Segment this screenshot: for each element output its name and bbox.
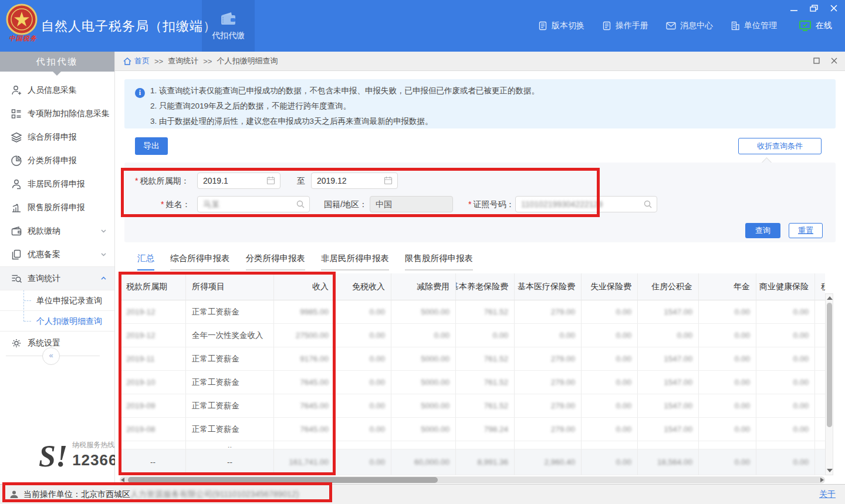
search-icon[interactable] (296, 199, 305, 209)
notice-line: 2. 只能查询2019年及之后的数据，不能进行跨年度查询。 (150, 101, 351, 111)
person-icon (11, 178, 22, 190)
table-row: 2019-11正常工资薪金9176.000.005000.00761.52279… (120, 347, 825, 371)
tab[interactable]: 限售股所得申报表 (405, 253, 473, 270)
redacted-value: 5000.00 (421, 425, 449, 434)
period-from-input[interactable]: 2019.1 (197, 172, 280, 189)
table-cell (815, 324, 825, 347)
scroll-down-icon[interactable] (827, 469, 833, 472)
vertical-scrollbar-thumb[interactable] (827, 303, 832, 427)
sidebar-item[interactable]: 税款缴纳 (0, 219, 114, 243)
table-cell: 7645.00 (274, 394, 335, 418)
table-cell: 正常工资薪金 (186, 394, 274, 418)
table-header-cell: 免税收入 (335, 273, 391, 300)
table-cell (335, 441, 391, 449)
table-cell: 279.00 (515, 418, 582, 441)
sidebar-item[interactable]: 专项附加扣除信息采集 (0, 102, 114, 126)
home-icon (123, 57, 131, 65)
redacted-value: 0.00 (735, 307, 750, 316)
query-button[interactable]: 查询 (745, 223, 780, 238)
sidebar-item[interactable]: 优惠备案 (0, 243, 114, 266)
panel-close-icon[interactable] (831, 57, 838, 65)
vertical-scrollbar[interactable] (825, 293, 833, 475)
about-link[interactable]: 关于 (819, 489, 836, 500)
tab-active[interactable]: 汇总 (137, 253, 154, 270)
id-number-input[interactable]: 110102199304222129 (515, 196, 657, 212)
sidebar-item[interactable]: 限售股所得申报 (0, 196, 114, 219)
period-to-input[interactable]: 2019.12 (311, 172, 398, 189)
horizontal-scrollbar[interactable] (120, 476, 825, 483)
table-cell: 0.00 (582, 394, 638, 418)
table-header-cell: 基本医疗保险费 (515, 273, 582, 300)
table-cell: 279.00 (515, 394, 582, 418)
table-cell: 0.00 (638, 324, 699, 347)
table-cell: 1547.00 (638, 418, 699, 441)
table-header-cell: 年金 (699, 273, 756, 300)
table-cell: 5000.00 (391, 371, 456, 394)
table-cell: 0.00 (756, 324, 815, 347)
search-icon[interactable] (643, 199, 653, 209)
table-cell: 2019-10 (120, 371, 186, 394)
table-cell: 正常工资薪金 (186, 300, 274, 324)
redacted-value: 0.00 (370, 458, 385, 466)
tab-withholding-module[interactable]: 代扣代缴 (202, 0, 255, 52)
redacted-value: 0.00 (735, 458, 750, 466)
sidebar-collapse-button[interactable]: « (42, 347, 60, 365)
table-cell: 2,960.40 (515, 449, 582, 475)
redacted-value: 2019-10 (126, 378, 156, 387)
sidebar-subitem-active[interactable]: 个人扣缴明细查询 (0, 310, 114, 331)
sidebar-item[interactable]: 综合所得申报 (0, 126, 114, 149)
horizontal-scrollbar-thumb[interactable] (128, 477, 438, 483)
breadcrumb-home[interactable]: 首页 (123, 56, 150, 66)
table-cell: 0.00 (582, 324, 638, 347)
nav-item[interactable]: 版本切换 (538, 21, 584, 31)
online-label: 在线 (816, 21, 832, 31)
sidebar-submenu: 单位申报记录查询个人扣缴明细查询 (0, 290, 114, 332)
table-row: 2019-12全年一次性奖金收入27500.000.000.000.000.00… (120, 324, 825, 347)
table-cell: 761.52 (456, 371, 515, 394)
required-mark: * (468, 199, 471, 209)
table-cell: .. (186, 441, 274, 449)
table-cell: 7645.00 (274, 371, 335, 394)
table-cell: 1547.00 (638, 347, 699, 371)
name-value-redacted: 马某 (203, 199, 219, 209)
table-cell: 0.00 (756, 418, 815, 441)
collapse-filters-button[interactable]: 收折查询条件 (738, 138, 822, 154)
redacted-value: 279.00 (551, 307, 575, 316)
scroll-up-icon[interactable] (827, 296, 833, 300)
tab[interactable]: 综合所得申报表 (170, 253, 230, 270)
scroll-right-icon[interactable] (820, 478, 824, 482)
restore-icon[interactable] (810, 5, 818, 12)
id-value-redacted: 110102199304222129 (521, 199, 603, 209)
redacted-value: 798.24 (484, 425, 508, 434)
export-button[interactable]: 导出 (135, 137, 168, 155)
sidebar-item[interactable]: 人员信息采集 (0, 79, 114, 102)
period-label: *税款所属期： (135, 172, 189, 189)
nav-item[interactable]: 消息中心 (666, 21, 713, 31)
sidebar-item[interactable]: 查询统计 (0, 266, 114, 290)
scroll-left-icon[interactable] (121, 478, 124, 482)
reset-button[interactable]: 重置 (789, 223, 823, 238)
breadcrumb-separator: >> (203, 57, 212, 66)
sidebar-header: 代扣代缴 (0, 52, 114, 72)
sidebar-item[interactable]: 非居民所得申报 (0, 172, 114, 196)
tab[interactable]: 非居民所得申报表 (321, 253, 389, 270)
hotline-logo: S! 纳税服务热线 12366 (39, 440, 117, 469)
close-icon[interactable] (830, 5, 838, 12)
sidebar-subitem[interactable]: 单位申报记录查询 (0, 290, 114, 310)
nav-item[interactable]: 单位管理 (731, 21, 777, 31)
current-unit-redacted: 人力资源服务有限公司(911101023456789012) (130, 489, 299, 500)
panel-maximize-icon[interactable] (813, 57, 820, 65)
nav-item[interactable]: 操作手册 (602, 21, 648, 31)
redacted-value: 1547.00 (664, 378, 692, 387)
redacted-value: 2019-08 (126, 425, 156, 434)
tab[interactable]: 分类所得申报表 (246, 253, 306, 270)
table-cell: 27500.00 (274, 324, 335, 347)
minimize-icon[interactable] (790, 5, 798, 12)
table-cell (756, 441, 815, 449)
name-input[interactable]: 马某 (197, 196, 310, 212)
sidebar-menu: 人员信息采集 专项附加扣除信息采集 综合所得申报 分类所得申报 非居民所得申报 … (0, 79, 114, 355)
breadcrumb: 首页 >> 查询统计 >> 个人扣缴明细查询 (115, 52, 845, 71)
breadcrumb-item-query-stats[interactable]: 查询统计 (168, 56, 198, 66)
sidebar-item[interactable]: 分类所得申报 (0, 149, 114, 172)
redacted-value: 0.00 (616, 354, 631, 363)
